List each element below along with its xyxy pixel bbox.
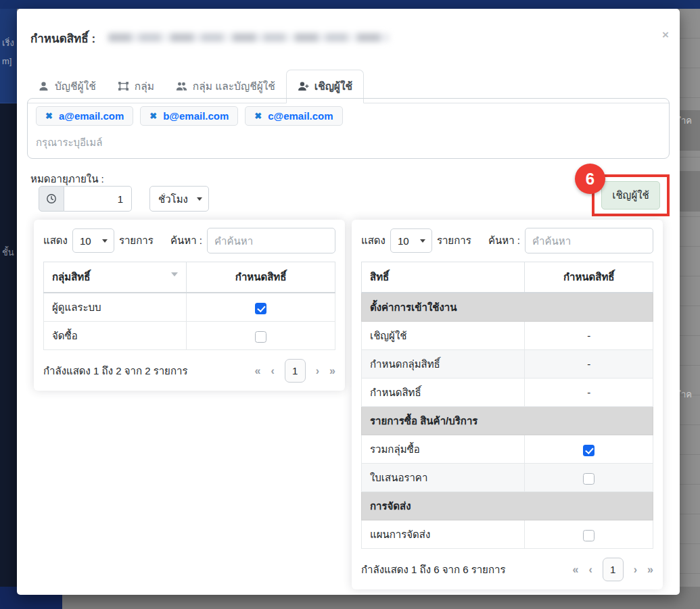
search-input[interactable] (207, 228, 335, 253)
permission-value: - (525, 379, 653, 407)
show-label: แสดง (361, 233, 386, 249)
annotation-step-badge: 6 (575, 164, 605, 194)
entries-label: รายการ (437, 233, 471, 249)
table-info: กำลังแสดง 1 ถึง 6 จาก 6 รายการ (361, 562, 505, 578)
expiry-label: หมดอายุภายใน : (30, 171, 104, 187)
permission-name: แผนการจัดส่ง (362, 520, 525, 549)
remove-chip-icon[interactable]: ✖ (45, 111, 53, 121)
permission-value: - (525, 350, 653, 379)
email-chips: ✖ a@email.com ✖ b@email.com ✖ c@email.co… (36, 106, 661, 126)
search-input[interactable] (525, 228, 653, 253)
table-row: รวมกลุ่มซื้อ (362, 435, 653, 464)
email-input-placeholder: กรุณาระบุอีเมล์ (36, 135, 661, 151)
clock-icon (39, 186, 64, 212)
pagination-page-1[interactable]: 1 (285, 359, 306, 383)
permission-value: - (525, 322, 653, 350)
column-header-permission[interactable]: สิทธิ์ (362, 262, 525, 293)
group-name: ผู้ดูแลระบบ (44, 293, 187, 322)
permissions-table: สิทธิ์ กำหนดสิทธิ์ ตั้งค่าการเข้าใช้งาน … (361, 262, 653, 549)
permission-name: กำหนดสิทธิ์ (362, 379, 525, 407)
tab-label: บัญชีผู้ใช้ (55, 78, 96, 95)
permissions-panel: แสดง 10 รายการ ค้นหา : สิทธิ์ กำหนดสิทธิ… (352, 220, 663, 589)
permission-name: กำหนดกลุ่มสิทธิ์ (362, 350, 525, 379)
pagination-first[interactable]: « (573, 564, 579, 576)
section-title: ตั้งค่าการเข้าใช้งาน (362, 293, 653, 322)
assign-permissions-modal: กำหนดสิทธิ์ : × บัญชีผู้ใช้ กลุ่ม กลุ่ม … (17, 9, 680, 595)
pagination-next[interactable]: › (634, 564, 637, 576)
permission-checkbox[interactable] (583, 473, 594, 485)
user-plus-icon (298, 80, 309, 92)
background-sidebar: เริ่ง m] ชั้น (0, 9, 17, 587)
tab-label: กลุ่ม และบัญชีผู้ใช้ (193, 78, 275, 95)
background-text-fragment: ำค (681, 114, 692, 128)
background-text-fragment: ำค (681, 387, 692, 401)
pagination-prev[interactable]: ‹ (588, 564, 592, 576)
show-label: แสดง (43, 233, 68, 249)
permission-checkbox[interactable] (583, 530, 594, 541)
section-title: การจัดส่ง (362, 492, 653, 520)
column-header-label: กำหนดสิทธิ์ (235, 271, 287, 283)
background-top-navbar (0, 0, 700, 9)
pagination-prev[interactable]: ‹ (271, 365, 274, 377)
users-icon (176, 80, 187, 92)
redacted-title-text (108, 33, 389, 42)
screen: เริ่ง m] ชั้น ำค ำค กำหนดสิทธิ์ : × บัญช… (0, 0, 700, 609)
column-header-assign[interactable]: กำหนดสิทธิ์ (525, 262, 653, 293)
page-size-select[interactable]: 10 (390, 228, 432, 253)
column-header-label: สิทธิ์ (370, 271, 389, 283)
column-header-label: กลุ่มสิทธิ์ (52, 271, 90, 283)
sidebar-text-fragment: เริ่ง (2, 36, 14, 50)
table-row: จัดซื้อ (44, 322, 335, 350)
group-permission-checkbox[interactable] (255, 331, 266, 343)
page-size-select[interactable]: 10 (72, 228, 114, 253)
pagination: « ‹ 1 › » (255, 359, 335, 383)
group-name: จัดซื้อ (44, 322, 187, 350)
table-info: กำลังแสดง 1 ถึง 2 จาก 2 รายการ (43, 363, 187, 379)
email-chip: ✖ c@email.com (245, 106, 342, 126)
table-row: เชิญผู้ใช้ - (362, 322, 653, 350)
section-row: การจัดส่ง (362, 492, 653, 520)
page-size-select-wrap: 10 (390, 228, 432, 253)
background-page-right: ำค ำค (680, 9, 700, 587)
table-row: แผนการจัดส่ง (362, 520, 653, 549)
section-row: ตั้งค่าการเข้าใช้งาน (362, 293, 653, 322)
pagination-page-1[interactable]: 1 (603, 558, 624, 581)
pagination-last[interactable]: » (329, 365, 335, 377)
remove-chip-icon[interactable]: ✖ (149, 111, 157, 121)
column-header-assign[interactable]: กำหนดสิทธิ์ (187, 262, 335, 293)
pagination-last[interactable]: » (647, 564, 653, 576)
table-controls: แสดง 10 รายการ ค้นหา : (43, 228, 335, 253)
group-permission-checkbox[interactable] (255, 303, 266, 314)
pagination: « ‹ 1 › » (573, 558, 653, 581)
tab-label: เชิญผู้ใช้ (314, 78, 352, 95)
expiry-unit-select-wrap: ชั่วโมง (149, 186, 209, 212)
permission-groups-table: กลุ่มสิทธิ์ กำหนดสิทธิ์ ผู้ดูแลระบบ จัดซ… (43, 262, 335, 350)
sort-descending-icon[interactable] (171, 272, 178, 276)
tab-label: กลุ่ม (135, 78, 154, 95)
table-row: ใบเสนอราคา (362, 464, 653, 492)
table-footer: กำลังแสดง 1 ถึง 2 จาก 2 รายการ « ‹ 1 › » (43, 359, 335, 383)
pagination-first[interactable]: « (255, 365, 261, 377)
expiry-value-input[interactable] (64, 186, 132, 212)
page-size-select-wrap: 10 (72, 228, 114, 253)
chip-email: c@email.com (268, 110, 333, 122)
section-title: รายการซื้อ สินค้า/บริการ (362, 407, 653, 435)
close-icon[interactable]: × (662, 29, 669, 41)
email-chip: ✖ a@email.com (36, 106, 133, 126)
pagination-next[interactable]: › (316, 365, 319, 377)
sidebar-text-fragment: m] (2, 56, 11, 66)
permission-checkbox[interactable] (583, 445, 594, 456)
remove-chip-icon[interactable]: ✖ (254, 111, 262, 121)
permission-name: เชิญผู้ใช้ (362, 322, 525, 350)
permission-name: ใบเสนอราคา (362, 464, 525, 492)
search-label: ค้นหา : (488, 233, 520, 249)
search-label: ค้นหา : (170, 233, 202, 249)
object-group-icon (118, 80, 129, 92)
modal-title: กำหนดสิทธิ์ : (30, 29, 95, 47)
chip-email: a@email.com (59, 110, 124, 122)
column-header-group[interactable]: กลุ่มสิทธิ์ (44, 262, 187, 293)
invite-users-button[interactable]: เชิญผู้ใช้ (601, 181, 659, 210)
chip-email: b@email.com (163, 110, 229, 122)
invite-email-input-box[interactable]: ✖ a@email.com ✖ b@email.com ✖ c@email.co… (27, 98, 670, 159)
expiry-unit-select[interactable]: ชั่วโมง (149, 186, 209, 212)
